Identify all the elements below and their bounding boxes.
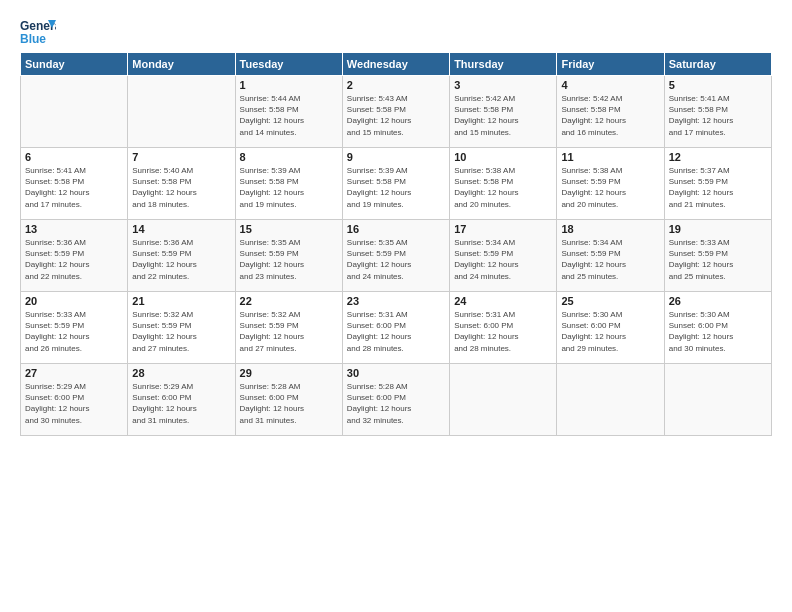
day-cell — [557, 364, 664, 436]
day-info: Sunrise: 5:37 AM Sunset: 5:59 PM Dayligh… — [669, 165, 767, 210]
logo: General Blue — [20, 16, 56, 46]
day-info: Sunrise: 5:30 AM Sunset: 6:00 PM Dayligh… — [561, 309, 659, 354]
day-info: Sunrise: 5:34 AM Sunset: 5:59 PM Dayligh… — [561, 237, 659, 282]
day-number: 15 — [240, 223, 338, 235]
day-info: Sunrise: 5:39 AM Sunset: 5:58 PM Dayligh… — [240, 165, 338, 210]
day-info: Sunrise: 5:33 AM Sunset: 5:59 PM Dayligh… — [25, 309, 123, 354]
header-thursday: Thursday — [450, 53, 557, 76]
calendar-header: SundayMondayTuesdayWednesdayThursdayFrid… — [21, 53, 772, 76]
day-cell: 28Sunrise: 5:29 AM Sunset: 6:00 PM Dayli… — [128, 364, 235, 436]
day-number: 8 — [240, 151, 338, 163]
header-sunday: Sunday — [21, 53, 128, 76]
day-number: 19 — [669, 223, 767, 235]
page: General Blue SundayMondayTuesdayWednesda… — [0, 0, 792, 612]
header-row: SundayMondayTuesdayWednesdayThursdayFrid… — [21, 53, 772, 76]
day-number: 6 — [25, 151, 123, 163]
day-info: Sunrise: 5:30 AM Sunset: 6:00 PM Dayligh… — [669, 309, 767, 354]
day-number: 9 — [347, 151, 445, 163]
day-info: Sunrise: 5:33 AM Sunset: 5:59 PM Dayligh… — [669, 237, 767, 282]
day-number: 17 — [454, 223, 552, 235]
calendar-body: 1Sunrise: 5:44 AM Sunset: 5:58 PM Daylig… — [21, 76, 772, 436]
day-cell: 12Sunrise: 5:37 AM Sunset: 5:59 PM Dayli… — [664, 148, 771, 220]
day-info: Sunrise: 5:34 AM Sunset: 5:59 PM Dayligh… — [454, 237, 552, 282]
day-number: 16 — [347, 223, 445, 235]
day-cell: 15Sunrise: 5:35 AM Sunset: 5:59 PM Dayli… — [235, 220, 342, 292]
day-cell: 14Sunrise: 5:36 AM Sunset: 5:59 PM Dayli… — [128, 220, 235, 292]
day-number: 25 — [561, 295, 659, 307]
day-number: 12 — [669, 151, 767, 163]
day-cell: 24Sunrise: 5:31 AM Sunset: 6:00 PM Dayli… — [450, 292, 557, 364]
day-number: 13 — [25, 223, 123, 235]
day-info: Sunrise: 5:41 AM Sunset: 5:58 PM Dayligh… — [25, 165, 123, 210]
day-number: 22 — [240, 295, 338, 307]
header-wednesday: Wednesday — [342, 53, 449, 76]
day-cell: 27Sunrise: 5:29 AM Sunset: 6:00 PM Dayli… — [21, 364, 128, 436]
day-number: 2 — [347, 79, 445, 91]
day-info: Sunrise: 5:31 AM Sunset: 6:00 PM Dayligh… — [347, 309, 445, 354]
day-number: 24 — [454, 295, 552, 307]
day-info: Sunrise: 5:36 AM Sunset: 5:59 PM Dayligh… — [25, 237, 123, 282]
day-cell: 19Sunrise: 5:33 AM Sunset: 5:59 PM Dayli… — [664, 220, 771, 292]
day-cell — [450, 364, 557, 436]
day-cell — [128, 76, 235, 148]
header-tuesday: Tuesday — [235, 53, 342, 76]
day-info: Sunrise: 5:35 AM Sunset: 5:59 PM Dayligh… — [347, 237, 445, 282]
day-info: Sunrise: 5:28 AM Sunset: 6:00 PM Dayligh… — [240, 381, 338, 426]
day-number: 29 — [240, 367, 338, 379]
day-cell: 2Sunrise: 5:43 AM Sunset: 5:58 PM Daylig… — [342, 76, 449, 148]
day-cell: 9Sunrise: 5:39 AM Sunset: 5:58 PM Daylig… — [342, 148, 449, 220]
day-cell: 7Sunrise: 5:40 AM Sunset: 5:58 PM Daylig… — [128, 148, 235, 220]
day-cell: 23Sunrise: 5:31 AM Sunset: 6:00 PM Dayli… — [342, 292, 449, 364]
day-cell — [21, 76, 128, 148]
day-cell — [664, 364, 771, 436]
week-row-1: 1Sunrise: 5:44 AM Sunset: 5:58 PM Daylig… — [21, 76, 772, 148]
day-cell: 22Sunrise: 5:32 AM Sunset: 5:59 PM Dayli… — [235, 292, 342, 364]
day-cell: 16Sunrise: 5:35 AM Sunset: 5:59 PM Dayli… — [342, 220, 449, 292]
day-number: 1 — [240, 79, 338, 91]
day-cell: 18Sunrise: 5:34 AM Sunset: 5:59 PM Dayli… — [557, 220, 664, 292]
day-number: 21 — [132, 295, 230, 307]
header-monday: Monday — [128, 53, 235, 76]
day-info: Sunrise: 5:43 AM Sunset: 5:58 PM Dayligh… — [347, 93, 445, 138]
day-number: 30 — [347, 367, 445, 379]
day-number: 23 — [347, 295, 445, 307]
day-info: Sunrise: 5:36 AM Sunset: 5:59 PM Dayligh… — [132, 237, 230, 282]
day-cell: 5Sunrise: 5:41 AM Sunset: 5:58 PM Daylig… — [664, 76, 771, 148]
header-friday: Friday — [557, 53, 664, 76]
day-cell: 10Sunrise: 5:38 AM Sunset: 5:58 PM Dayli… — [450, 148, 557, 220]
day-info: Sunrise: 5:35 AM Sunset: 5:59 PM Dayligh… — [240, 237, 338, 282]
day-number: 14 — [132, 223, 230, 235]
day-info: Sunrise: 5:31 AM Sunset: 6:00 PM Dayligh… — [454, 309, 552, 354]
header-saturday: Saturday — [664, 53, 771, 76]
day-cell: 13Sunrise: 5:36 AM Sunset: 5:59 PM Dayli… — [21, 220, 128, 292]
day-cell: 1Sunrise: 5:44 AM Sunset: 5:58 PM Daylig… — [235, 76, 342, 148]
week-row-2: 6Sunrise: 5:41 AM Sunset: 5:58 PM Daylig… — [21, 148, 772, 220]
day-info: Sunrise: 5:32 AM Sunset: 5:59 PM Dayligh… — [132, 309, 230, 354]
header: General Blue — [20, 16, 772, 46]
day-cell: 25Sunrise: 5:30 AM Sunset: 6:00 PM Dayli… — [557, 292, 664, 364]
week-row-4: 20Sunrise: 5:33 AM Sunset: 5:59 PM Dayli… — [21, 292, 772, 364]
day-number: 4 — [561, 79, 659, 91]
day-number: 18 — [561, 223, 659, 235]
day-number: 3 — [454, 79, 552, 91]
day-info: Sunrise: 5:42 AM Sunset: 5:58 PM Dayligh… — [561, 93, 659, 138]
day-cell: 29Sunrise: 5:28 AM Sunset: 6:00 PM Dayli… — [235, 364, 342, 436]
day-cell: 30Sunrise: 5:28 AM Sunset: 6:00 PM Dayli… — [342, 364, 449, 436]
day-info: Sunrise: 5:32 AM Sunset: 5:59 PM Dayligh… — [240, 309, 338, 354]
day-info: Sunrise: 5:44 AM Sunset: 5:58 PM Dayligh… — [240, 93, 338, 138]
day-info: Sunrise: 5:38 AM Sunset: 5:59 PM Dayligh… — [561, 165, 659, 210]
day-number: 26 — [669, 295, 767, 307]
day-number: 5 — [669, 79, 767, 91]
day-cell: 11Sunrise: 5:38 AM Sunset: 5:59 PM Dayli… — [557, 148, 664, 220]
logo-icon: General Blue — [20, 16, 56, 46]
day-cell: 4Sunrise: 5:42 AM Sunset: 5:58 PM Daylig… — [557, 76, 664, 148]
day-info: Sunrise: 5:28 AM Sunset: 6:00 PM Dayligh… — [347, 381, 445, 426]
day-info: Sunrise: 5:29 AM Sunset: 6:00 PM Dayligh… — [132, 381, 230, 426]
calendar-table: SundayMondayTuesdayWednesdayThursdayFrid… — [20, 52, 772, 436]
day-info: Sunrise: 5:29 AM Sunset: 6:00 PM Dayligh… — [25, 381, 123, 426]
day-cell: 17Sunrise: 5:34 AM Sunset: 5:59 PM Dayli… — [450, 220, 557, 292]
day-cell: 21Sunrise: 5:32 AM Sunset: 5:59 PM Dayli… — [128, 292, 235, 364]
svg-text:Blue: Blue — [20, 32, 46, 46]
day-cell: 20Sunrise: 5:33 AM Sunset: 5:59 PM Dayli… — [21, 292, 128, 364]
day-number: 20 — [25, 295, 123, 307]
